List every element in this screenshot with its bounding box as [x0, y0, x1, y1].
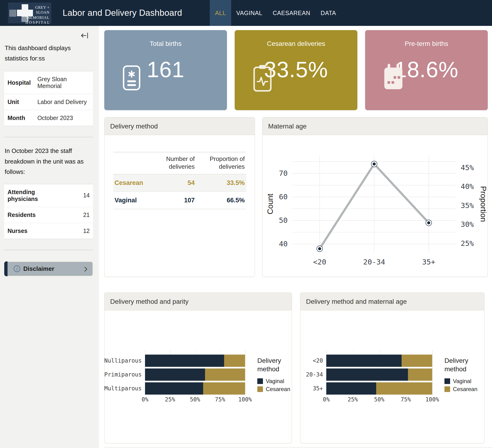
- table-row: MonthOctober 2023: [4, 110, 93, 126]
- y-axis-tick: 20-34: [300, 368, 326, 381]
- clipboard-pulse-icon: [251, 63, 274, 94]
- main-content: Total births 161 Cesarean deliveries: [99, 26, 492, 448]
- charts-row-1: Delivery method Number of deliveriesProp…: [104, 117, 488, 277]
- value-box-preterm-births: Pre-term births 18.6%: [365, 30, 488, 110]
- main-bottom-divider: [104, 447, 492, 448]
- bar-segment-cesarean[interactable]: [224, 355, 245, 367]
- value-box-cesarean-deliveries: Cesarean deliveries 33.5%: [235, 30, 357, 110]
- bar-segment-vaginal[interactable]: [145, 382, 203, 395]
- card-title: Delivery method and maternal age: [300, 293, 484, 310]
- proportion-of-deliveries: 66.5%: [196, 192, 246, 209]
- nav-tab-vaginal[interactable]: VAGINAL: [231, 0, 268, 26]
- table-row: Nurses12: [4, 223, 93, 239]
- card-delivery-maternal-age: Delivery method and maternal age <2020-3…: [300, 292, 484, 443]
- y-axis-tick: 50: [279, 216, 288, 224]
- bar-segment-vaginal[interactable]: [145, 355, 224, 367]
- sidebar-divider: [4, 250, 93, 250]
- charts-row-2: Delivery method and parity NulliparousPr…: [104, 292, 488, 443]
- delivery-method-table: Number of deliveriesProportion of delive…: [113, 152, 246, 209]
- y-axis-tick: 70: [279, 169, 288, 177]
- sidebar: This dashboard displays statistics for:s…: [0, 26, 99, 448]
- bar-nulliparous: [145, 355, 245, 367]
- staff-intro-text: In October 2023 the staff breakdown in t…: [5, 146, 93, 177]
- page-title: Labor and Delivery Dashboard: [63, 8, 182, 18]
- bar-segment-vaginal[interactable]: [145, 368, 205, 381]
- calendar-week-icon: [381, 63, 406, 93]
- bar-chart: NulliparousPrimiparousMultiparous0%25%50…: [104, 350, 292, 404]
- disclaimer-button[interactable]: i Disclaimer: [4, 261, 93, 276]
- bar-segment-cesarean[interactable]: [408, 368, 432, 381]
- logo-barcode-stripes-icon: [10, 10, 17, 17]
- bar-primiparous: [145, 368, 245, 381]
- y2-axis-tick: 25%: [461, 239, 474, 248]
- x-axis: 0%25%50%75%100%: [145, 396, 245, 404]
- logo-line: GREY + SLOAN: [35, 5, 50, 15]
- x-axis-tick: 35+: [422, 258, 435, 266]
- x-axis-tick: 25%: [348, 396, 358, 403]
- row-label: Residents: [4, 207, 41, 223]
- y-axis-tick: 35+: [300, 382, 326, 395]
- bar-segment-cesarean[interactable]: [205, 368, 245, 381]
- row-value: 21: [41, 207, 93, 223]
- bar-segment-vaginal[interactable]: [326, 368, 408, 381]
- legend-swatch: [444, 386, 450, 392]
- data-point-dot: [373, 163, 376, 166]
- row-label: Nurses: [4, 223, 41, 239]
- column-header: [113, 152, 155, 174]
- row-label: Attending physicians: [4, 184, 41, 207]
- legend-swatch: [444, 378, 450, 384]
- row-label: Unit: [4, 94, 34, 110]
- row-label: Month: [4, 110, 34, 126]
- bar-chart: <2020-3435+0%25%50%75%100%Deliverymethod…: [300, 350, 484, 404]
- x-axis-tick: 75%: [215, 396, 225, 403]
- table-row: HospitalGrey Sloan Memorial: [4, 71, 93, 94]
- table-row: Residents21: [4, 207, 93, 223]
- logo-line: MEMORIAL: [26, 15, 50, 20]
- x-axis-tick: 50%: [374, 396, 384, 403]
- logo-line: HOSPITAL: [25, 20, 50, 25]
- row-label: Vaginal: [113, 192, 155, 209]
- value-box-title: Total births: [104, 40, 227, 48]
- bar-segment-cesarean[interactable]: [376, 382, 432, 395]
- nav-tab-caesarean[interactable]: CAESAREAN: [267, 0, 316, 26]
- number-of-deliveries: 107: [155, 192, 196, 209]
- value-box-row: Total births 161 Cesarean deliveries: [104, 30, 488, 110]
- bar-segment-vaginal[interactable]: [326, 355, 402, 367]
- proportion-of-deliveries: 33.5%: [196, 174, 246, 192]
- maternal-age-line-chart: 4050607025%30%35%40%45%<2020-3435+CountP…: [263, 149, 487, 277]
- card-title: Delivery method and parity: [104, 293, 292, 310]
- legend-item-cesarean: Cesarean: [444, 386, 477, 392]
- y-axis-tick: <20: [300, 355, 326, 367]
- table-row-cesarean: Cesarean5433.5%: [113, 174, 246, 192]
- x-axis-tick: 50%: [190, 396, 200, 403]
- bar-segment-cesarean[interactable]: [203, 382, 245, 395]
- bar-segment-vaginal[interactable]: [326, 382, 376, 395]
- hospital-logo: GREY + SLOAN MEMORIAL HOSPITAL: [8, 3, 51, 23]
- card-delivery-method: Delivery method Number of deliveriesProp…: [104, 117, 255, 277]
- y-axis-tick: 60: [279, 192, 288, 201]
- card-title: Delivery method: [104, 117, 255, 135]
- nav-tab-all[interactable]: ALL: [210, 0, 231, 26]
- file-medical-icon: [120, 63, 143, 94]
- bar-multiparous: [145, 382, 245, 395]
- y2-axis-tick: 35%: [461, 201, 474, 210]
- card-delivery-parity: Delivery method and parity NulliparousPr…: [104, 292, 292, 443]
- bar-20-34: [326, 368, 432, 381]
- y2-axis-title: Proportion: [479, 186, 487, 222]
- number-of-deliveries: 54: [155, 174, 196, 192]
- legend-label: Vaginal: [453, 378, 471, 385]
- bar-<20: [326, 355, 432, 367]
- bar-segment-cesarean[interactable]: [402, 355, 432, 367]
- sidebar-intro-text: This dashboard displays statistics for:s…: [5, 43, 93, 63]
- x-axis-tick: 0%: [323, 396, 330, 403]
- row-value: Grey Sloan Memorial: [34, 71, 93, 94]
- column-header: Number of deliveries: [155, 152, 196, 174]
- y-axis-title: Count: [266, 194, 275, 214]
- y-axis-tick: Multiparous: [104, 382, 145, 395]
- info-icon: i: [14, 265, 20, 272]
- collapse-sidebar-icon[interactable]: [81, 32, 89, 39]
- x-axis-tick: 0%: [142, 396, 149, 403]
- nav-tab-data[interactable]: DATA: [316, 0, 341, 26]
- table-row: Attending physicians14: [4, 184, 93, 207]
- y-axis-labels: NulliparousPrimiparousMultiparous: [104, 350, 145, 396]
